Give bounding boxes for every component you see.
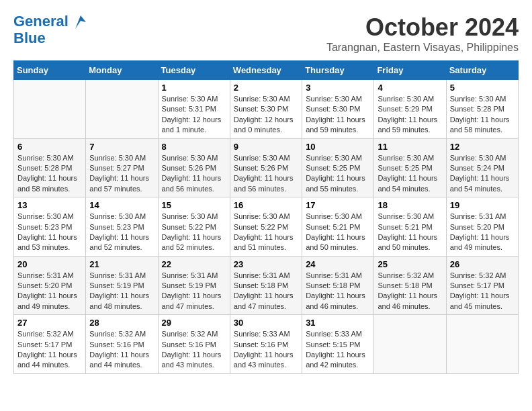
day-info: Sunrise: 5:30 AM Sunset: 5:27 PM Dayligh…: [89, 153, 154, 195]
title-block: October 2024 Tarangnan, Eastern Visayas,…: [326, 13, 519, 54]
logo: General Blue: [13, 13, 87, 46]
col-header-sunday: Sunday: [14, 61, 86, 80]
day-number: 19: [450, 200, 515, 210]
col-header-monday: Monday: [86, 61, 158, 80]
day-info: Sunrise: 5:30 AM Sunset: 5:22 PM Dayligh…: [234, 212, 298, 253]
day-cell: 3Sunrise: 5:30 AM Sunset: 5:30 PM Daylig…: [302, 80, 374, 139]
day-info: Sunrise: 5:33 AM Sunset: 5:15 PM Dayligh…: [306, 329, 370, 371]
day-cell: 7Sunrise: 5:30 AM Sunset: 5:27 PM Daylig…: [86, 138, 158, 197]
day-cell: 2Sunrise: 5:30 AM Sunset: 5:30 PM Daylig…: [230, 80, 302, 139]
day-number: 30: [234, 318, 298, 328]
week-row-1: 1Sunrise: 5:30 AM Sunset: 5:31 PM Daylig…: [14, 80, 519, 139]
day-number: 4: [378, 83, 442, 93]
day-number: 11: [378, 142, 442, 152]
day-number: 10: [306, 142, 370, 152]
day-info: Sunrise: 5:32 AM Sunset: 5:17 PM Dayligh…: [450, 271, 515, 312]
col-header-saturday: Saturday: [446, 61, 518, 80]
day-info: Sunrise: 5:30 AM Sunset: 5:31 PM Dayligh…: [162, 94, 226, 136]
day-number: 26: [450, 259, 515, 269]
day-cell: 30Sunrise: 5:33 AM Sunset: 5:16 PM Dayli…: [230, 315, 302, 374]
day-cell: 18Sunrise: 5:30 AM Sunset: 5:21 PM Dayli…: [374, 197, 446, 257]
day-cell: 20Sunrise: 5:31 AM Sunset: 5:20 PM Dayli…: [14, 256, 86, 315]
day-cell: 22Sunrise: 5:31 AM Sunset: 5:19 PM Dayli…: [158, 256, 230, 315]
day-number: 20: [17, 259, 82, 269]
day-info: Sunrise: 5:32 AM Sunset: 5:16 PM Dayligh…: [89, 329, 154, 371]
col-header-wednesday: Wednesday: [230, 61, 302, 80]
day-number: 23: [234, 259, 298, 269]
day-cell: 19Sunrise: 5:31 AM Sunset: 5:20 PM Dayli…: [446, 197, 518, 257]
day-cell: 1Sunrise: 5:30 AM Sunset: 5:31 PM Daylig…: [158, 80, 230, 139]
day-info: Sunrise: 5:30 AM Sunset: 5:26 PM Dayligh…: [234, 153, 298, 195]
day-cell: 29Sunrise: 5:32 AM Sunset: 5:16 PM Dayli…: [158, 315, 230, 374]
day-number: 31: [306, 318, 370, 328]
calendar-table: SundayMondayTuesdayWednesdayThursdayFrid…: [13, 60, 519, 374]
day-cell: 26Sunrise: 5:32 AM Sunset: 5:17 PM Dayli…: [446, 256, 518, 315]
calendar-header-row: SundayMondayTuesdayWednesdayThursdayFrid…: [14, 61, 519, 80]
day-number: 17: [306, 200, 370, 210]
day-cell: 15Sunrise: 5:30 AM Sunset: 5:22 PM Dayli…: [158, 197, 230, 257]
day-cell: [86, 80, 158, 139]
day-cell: 31Sunrise: 5:33 AM Sunset: 5:15 PM Dayli…: [302, 315, 374, 374]
day-cell: 8Sunrise: 5:30 AM Sunset: 5:26 PM Daylig…: [158, 138, 230, 197]
day-info: Sunrise: 5:30 AM Sunset: 5:22 PM Dayligh…: [162, 212, 226, 253]
week-row-5: 27Sunrise: 5:32 AM Sunset: 5:17 PM Dayli…: [14, 315, 519, 374]
day-info: Sunrise: 5:30 AM Sunset: 5:23 PM Dayligh…: [17, 212, 82, 253]
day-cell: 25Sunrise: 5:32 AM Sunset: 5:18 PM Dayli…: [374, 256, 446, 315]
day-number: 14: [89, 200, 154, 210]
day-info: Sunrise: 5:30 AM Sunset: 5:25 PM Dayligh…: [306, 153, 370, 195]
day-cell: [374, 315, 446, 374]
svg-marker-0: [75, 15, 86, 29]
day-info: Sunrise: 5:30 AM Sunset: 5:28 PM Dayligh…: [450, 94, 515, 136]
day-info: Sunrise: 5:30 AM Sunset: 5:26 PM Dayligh…: [162, 153, 226, 195]
day-info: Sunrise: 5:30 AM Sunset: 5:24 PM Dayligh…: [450, 153, 515, 195]
col-header-tuesday: Tuesday: [158, 61, 230, 80]
day-info: Sunrise: 5:30 AM Sunset: 5:21 PM Dayligh…: [378, 212, 442, 253]
day-info: Sunrise: 5:32 AM Sunset: 5:17 PM Dayligh…: [17, 329, 82, 371]
col-header-friday: Friday: [374, 61, 446, 80]
week-row-4: 20Sunrise: 5:31 AM Sunset: 5:20 PM Dayli…: [14, 256, 519, 315]
col-header-thursday: Thursday: [302, 61, 374, 80]
day-number: 7: [89, 142, 154, 152]
day-cell: 5Sunrise: 5:30 AM Sunset: 5:28 PM Daylig…: [446, 80, 518, 139]
week-row-2: 6Sunrise: 5:30 AM Sunset: 5:28 PM Daylig…: [14, 138, 519, 197]
day-cell: 24Sunrise: 5:31 AM Sunset: 5:18 PM Dayli…: [302, 256, 374, 315]
day-number: 3: [306, 83, 370, 93]
day-number: 16: [234, 200, 298, 210]
logo-blue-text: Blue: [13, 30, 87, 46]
day-cell: 9Sunrise: 5:30 AM Sunset: 5:26 PM Daylig…: [230, 138, 302, 197]
logo-text: General: [13, 13, 87, 30]
day-number: 2: [234, 83, 298, 93]
day-cell: 13Sunrise: 5:30 AM Sunset: 5:23 PM Dayli…: [14, 197, 86, 257]
day-info: Sunrise: 5:31 AM Sunset: 5:19 PM Dayligh…: [162, 271, 226, 312]
day-cell: 10Sunrise: 5:30 AM Sunset: 5:25 PM Dayli…: [302, 138, 374, 197]
day-cell: [446, 315, 518, 374]
day-info: Sunrise: 5:31 AM Sunset: 5:18 PM Dayligh…: [306, 271, 370, 312]
day-cell: 4Sunrise: 5:30 AM Sunset: 5:29 PM Daylig…: [374, 80, 446, 139]
day-info: Sunrise: 5:30 AM Sunset: 5:29 PM Dayligh…: [378, 94, 442, 136]
day-number: 12: [450, 142, 515, 152]
day-cell: 23Sunrise: 5:31 AM Sunset: 5:18 PM Dayli…: [230, 256, 302, 315]
day-info: Sunrise: 5:30 AM Sunset: 5:25 PM Dayligh…: [378, 153, 442, 195]
day-number: 29: [162, 318, 226, 328]
day-info: Sunrise: 5:31 AM Sunset: 5:20 PM Dayligh…: [450, 212, 515, 253]
page-header: General Blue October 2024 Tarangnan, Eas…: [13, 13, 519, 54]
day-number: 5: [450, 83, 515, 93]
day-number: 1: [162, 83, 226, 93]
day-number: 28: [89, 318, 154, 328]
day-cell: 17Sunrise: 5:30 AM Sunset: 5:21 PM Dayli…: [302, 197, 374, 257]
day-info: Sunrise: 5:31 AM Sunset: 5:19 PM Dayligh…: [89, 271, 154, 312]
month-title: October 2024: [326, 13, 519, 42]
day-info: Sunrise: 5:32 AM Sunset: 5:16 PM Dayligh…: [162, 329, 226, 371]
day-cell: 16Sunrise: 5:30 AM Sunset: 5:22 PM Dayli…: [230, 197, 302, 257]
day-info: Sunrise: 5:31 AM Sunset: 5:20 PM Dayligh…: [17, 271, 82, 312]
day-number: 22: [162, 259, 226, 269]
day-info: Sunrise: 5:30 AM Sunset: 5:23 PM Dayligh…: [89, 212, 154, 253]
day-info: Sunrise: 5:30 AM Sunset: 5:28 PM Dayligh…: [17, 153, 82, 195]
day-number: 9: [234, 142, 298, 152]
day-cell: 27Sunrise: 5:32 AM Sunset: 5:17 PM Dayli…: [14, 315, 86, 374]
day-number: 18: [378, 200, 442, 210]
day-info: Sunrise: 5:30 AM Sunset: 5:30 PM Dayligh…: [234, 94, 298, 136]
day-info: Sunrise: 5:31 AM Sunset: 5:18 PM Dayligh…: [234, 271, 298, 312]
day-number: 24: [306, 259, 370, 269]
day-number: 25: [378, 259, 442, 269]
